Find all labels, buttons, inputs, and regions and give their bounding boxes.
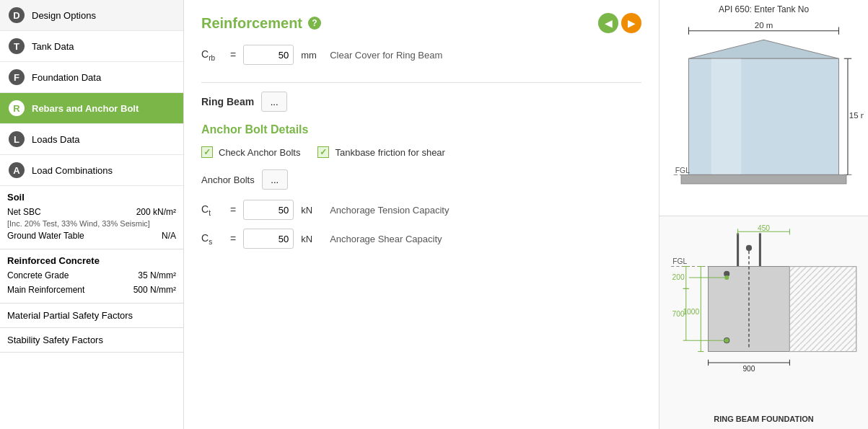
svg-text:20 m: 20 m	[755, 21, 773, 30]
ring-beam-footer: RING BEAM FOUNDATION	[659, 415, 868, 423]
cs-label: Cs	[201, 232, 223, 246]
nav-letter-foundation: F	[9, 69, 25, 85]
svg-text:FGL: FGL	[675, 167, 690, 174]
check-friction-item: Tankbase friction for shear	[317, 146, 444, 158]
sidebar-item-foundation[interactable]: FFoundation Data	[0, 62, 183, 93]
bottom-diagram: FGL 450	[659, 216, 868, 429]
crb-unit: mm	[301, 50, 323, 61]
cs-eq: =	[230, 233, 236, 244]
check-friction-checkbox[interactable]	[317, 146, 329, 158]
svg-point-34	[724, 275, 729, 280]
top-diagram: API 650: Enter Tank No 20 m 15 m	[659, 0, 868, 216]
soil-section: Soil Net SBC 200 kN/m² [Inc. 20% Test, 3…	[0, 186, 183, 249]
svg-rect-20	[789, 267, 856, 352]
nav-label-combinations: Load Combinations	[32, 165, 113, 176]
ct-label: Ct	[201, 203, 223, 217]
crb-subscript: rb	[209, 53, 215, 61]
anchor-bolts-button[interactable]: ...	[262, 169, 288, 190]
rebar-row: Main Reinforcement 500 N/mm²	[7, 283, 176, 297]
anchor-bolts-row: Anchor Bolts ...	[201, 169, 641, 190]
next-button[interactable]: ▶	[621, 13, 641, 33]
anchor-section-title: Anchor Bolt Details	[201, 123, 641, 136]
page-title: Reinforcement	[201, 15, 302, 32]
nav-label-rebars: Rebars and Anchor Bolt	[32, 103, 139, 114]
divider-1	[201, 82, 641, 83]
crb-input[interactable]	[243, 45, 294, 65]
concrete-value: 35 N/mm²	[138, 269, 176, 283]
prev-button[interactable]: ◀	[598, 13, 618, 33]
svg-text:15 m: 15 m	[849, 111, 864, 120]
svg-text:900: 900	[742, 365, 755, 373]
net-sbc-value: 200 kN/m²	[136, 205, 176, 219]
sidebar-item-rebars[interactable]: RRebars and Anchor Bolt	[0, 93, 183, 124]
ring-beam-label: Ring Beam	[201, 96, 254, 107]
ring-beam-button[interactable]: ...	[261, 92, 287, 112]
nav-label-foundation: Foundation Data	[32, 72, 101, 83]
svg-point-40	[724, 338, 729, 342]
nav-list: DDesign OptionsTTank DataFFoundation Dat…	[0, 0, 183, 186]
nav-letter-tank: T	[9, 38, 25, 54]
svg-text:FGL: FGL	[672, 257, 687, 265]
ct-desc: Anchorage Tension Capacity	[330, 205, 449, 216]
svg-point-22	[746, 245, 752, 251]
svg-marker-4	[689, 40, 839, 58]
top-diagram-title: API 650: Enter Tank No	[719, 4, 809, 14]
sidebar-link-stability[interactable]: Stability Safety Factors	[0, 328, 183, 353]
nav-letter-design: D	[9, 7, 25, 23]
gwt-value: N/A	[162, 229, 176, 243]
svg-text:450: 450	[758, 224, 770, 232]
cs-row: Cs = kN Anchorage Shear Capacity	[201, 229, 641, 249]
crb-desc: Clear Cover for Ring Beam	[330, 50, 442, 61]
crb-row: Crb = mm Clear Cover for Ring Beam	[201, 45, 641, 65]
check-friction-label: Tankbase friction for shear	[335, 147, 444, 158]
svg-text:200: 200	[672, 273, 685, 281]
sidebar-link-material[interactable]: Material Partial Safety Factors	[0, 304, 183, 328]
nav-letter-combinations: A	[9, 162, 25, 178]
rc-section: Reinforced Concrete Concrete Grade 35 N/…	[0, 249, 183, 303]
crb-eq: =	[230, 49, 236, 61]
ct-input[interactable]	[243, 200, 294, 220]
check-row: Check Anchor Bolts Tankbase friction for…	[201, 146, 641, 158]
net-sbc-label: Net SBC	[7, 205, 41, 219]
sidebar-links: Material Partial Safety FactorsStability…	[0, 304, 183, 353]
net-sbc-row: Net SBC 200 kN/m²	[7, 205, 176, 219]
svg-text:1000: 1000	[683, 308, 699, 316]
main-content: Reinforcement ? ◀ ▶ Crb = mm Clear Cover…	[184, 0, 659, 429]
rc-title: Reinforced Concrete	[7, 255, 176, 266]
check-anchor-label: Check Anchor Bolts	[219, 147, 300, 158]
ct-unit: kN	[301, 205, 323, 216]
svg-rect-12	[681, 174, 846, 183]
concrete-label: Concrete Grade	[7, 269, 69, 283]
sidebar-item-tank[interactable]: TTank Data	[0, 31, 183, 62]
check-anchor-item: Check Anchor Bolts	[201, 146, 300, 158]
sidebar-item-combinations[interactable]: ALoad Combinations	[0, 155, 183, 186]
sidebar-item-design[interactable]: DDesign Options	[0, 0, 183, 31]
anchor-bolts-label: Anchor Bolts	[201, 174, 255, 185]
svg-rect-6	[711, 58, 742, 174]
cs-unit: kN	[301, 234, 323, 244]
gwt-row: Ground Water Table N/A	[7, 229, 176, 243]
right-panel: API 650: Enter Tank No 20 m 15 m	[659, 0, 868, 429]
cs-desc: Anchorage Shear Capacity	[330, 234, 442, 244]
nav-arrows: ◀ ▶	[598, 13, 641, 33]
crb-label: Crb	[201, 48, 223, 62]
sidebar-item-loads[interactable]: LLoads Data	[0, 124, 183, 155]
cs-input[interactable]	[243, 229, 294, 249]
tank-diagram-svg: 20 m 15 m FGL	[664, 17, 864, 205]
rebar-value: 500 N/mm²	[133, 283, 176, 297]
ring-beam-row: Ring Beam ...	[201, 92, 641, 112]
gwt-label: Ground Water Table	[7, 229, 84, 243]
nav-label-loads: Loads Data	[32, 134, 80, 145]
ct-eq: =	[230, 204, 236, 216]
concrete-row: Concrete Grade 35 N/mm²	[7, 269, 176, 283]
ct-subscript: t	[209, 208, 211, 216]
inc-note: [Inc. 20% Test, 33% Wind, 33% Seismic]	[7, 219, 176, 228]
rebar-label: Main Reinforcement	[7, 283, 84, 297]
nav-label-design: Design Options	[32, 10, 96, 21]
page-header: Reinforcement ? ◀ ▶	[201, 13, 641, 33]
check-anchor-checkbox[interactable]	[201, 146, 213, 158]
ct-row: Ct = kN Anchorage Tension Capacity	[201, 200, 641, 220]
sidebar: DDesign OptionsTTank DataFFoundation Dat…	[0, 0, 184, 429]
soil-title: Soil	[7, 192, 176, 203]
help-icon[interactable]: ?	[308, 17, 321, 30]
